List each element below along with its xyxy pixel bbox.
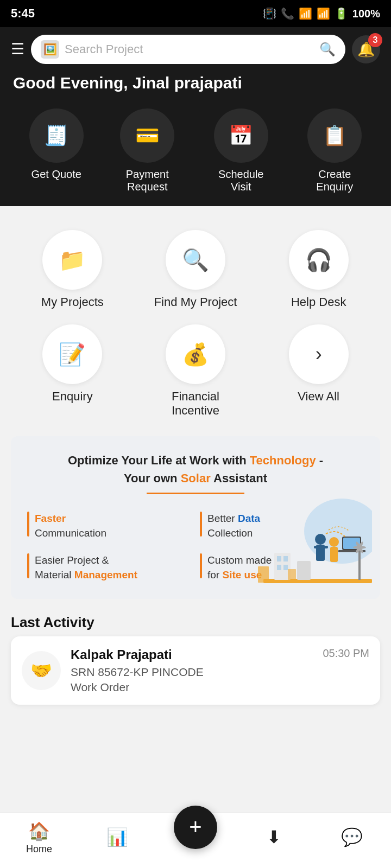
- feature-border-4: [200, 553, 202, 578]
- last-activity-title: Last Activity: [0, 607, 391, 636]
- svg-rect-3: [277, 556, 281, 561]
- status-icons: 📳 📞 📶 📶 🔋 100%: [263, 7, 380, 20]
- activity-srn: SRN 85672-KP PINCODE: [71, 666, 313, 679]
- search-placeholder: Search Project: [65, 42, 314, 56]
- help-desk-icon: 🎧: [289, 230, 349, 290]
- svg-point-0: [304, 499, 372, 564]
- chevron-right-icon: ›: [316, 343, 322, 366]
- svg-point-8: [315, 534, 326, 545]
- financial-incentive-label: FinancialIncentive: [172, 390, 219, 418]
- activity-type: Work Order: [71, 681, 313, 694]
- activity-details: Kalpak Prajapati SRN 85672-KP PINCODE Wo…: [71, 647, 313, 694]
- schedule-visit-icon: 📅: [214, 108, 268, 163]
- activity-card[interactable]: 🤝 Kalpak Prajapati SRN 85672-KP PINCODE …: [11, 636, 380, 705]
- menu-enquiry[interactable]: 📝 Enquiry: [11, 317, 134, 425]
- search-bar[interactable]: 🖼️ Search Project 🔍: [31, 35, 345, 64]
- view-all-label: View All: [298, 390, 339, 404]
- nav-download[interactable]: ⬇: [241, 827, 306, 850]
- nav-chat[interactable]: 💬: [319, 827, 384, 850]
- nav-analytics[interactable]: 📊: [85, 827, 150, 850]
- home-icon: 🏠: [28, 821, 50, 841]
- feature-border-1: [27, 512, 29, 537]
- payment-request-label: PaymentRequest: [126, 168, 169, 193]
- payment-request-icon: 💳: [120, 108, 174, 163]
- create-enquiry-label: CreateEnquiry: [316, 168, 353, 193]
- qa-schedule-visit[interactable]: 📅 Schedule Visit: [211, 108, 271, 193]
- svg-rect-6: [283, 565, 288, 570]
- greeting-text: Good Evening, Jinal prajapati: [11, 74, 380, 92]
- qa-get-quote[interactable]: 🧾 Get Quote: [29, 108, 84, 193]
- feature-border-3: [27, 553, 29, 578]
- header: ☰ 🖼️ Search Project 🔍 🔔 3 Good Evening, …: [0, 27, 391, 206]
- bottom-nav: 🏠 Home 📊 + ⬇ 💬: [0, 813, 391, 868]
- search-image-icon: 🖼️: [41, 40, 59, 59]
- svg-rect-5: [277, 565, 281, 570]
- search-row: ☰ 🖼️ Search Project 🔍 🔔 3: [11, 35, 380, 64]
- faster-highlight: Faster: [35, 513, 66, 524]
- get-quote-label: Get Quote: [31, 168, 81, 181]
- activity-name: Kalpak Prajapati: [71, 647, 313, 662]
- banner-divider: [147, 493, 244, 494]
- battery-percent: 100%: [352, 8, 380, 20]
- signal-icon: 📶: [317, 7, 330, 20]
- my-projects-icon: 📁: [42, 230, 102, 290]
- search-magnifier-icon[interactable]: 🔍: [319, 42, 336, 57]
- my-projects-label: My Projects: [41, 295, 104, 309]
- menu-help-desk[interactable]: 🎧 Help Desk: [257, 222, 380, 317]
- notification-badge: 3: [368, 33, 382, 47]
- status-time: 5:45: [11, 7, 35, 21]
- help-desk-label: Help Desk: [291, 295, 346, 309]
- svg-rect-21: [258, 566, 269, 583]
- download-icon: ⬇: [267, 827, 281, 847]
- home-label: Home: [26, 844, 52, 855]
- svg-point-20: [353, 546, 366, 549]
- banner-feature-1: FasterCommunication: [23, 505, 195, 547]
- bottom-spacer: [0, 716, 391, 792]
- qa-payment-request[interactable]: 💳 PaymentRequest: [120, 108, 174, 193]
- vibrate-icon: 📳: [263, 7, 276, 20]
- notification-button[interactable]: 🔔 3: [352, 35, 380, 63]
- banner-title: Optimize Your Life at Work with Technolo…: [23, 451, 368, 487]
- svg-rect-17: [358, 547, 361, 580]
- promo-banner: Optimize Your Life at Work with Technolo…: [11, 436, 380, 599]
- find-my-project-label: Find My Project: [154, 295, 237, 309]
- menu-grid: 📁 My Projects 🔍 Find My Project 🎧 Help D…: [0, 217, 391, 431]
- status-bar: 5:45 📳 📞 📶 📶 🔋 100%: [0, 0, 391, 27]
- feature-border-2: [200, 512, 202, 537]
- menu-view-all[interactable]: › View All: [257, 317, 380, 425]
- svg-rect-22: [288, 569, 296, 580]
- nav-fab[interactable]: +: [163, 827, 228, 849]
- call-icon: 📞: [281, 7, 294, 20]
- menu-my-projects[interactable]: 📁 My Projects: [11, 222, 134, 317]
- financial-incentive-icon: 💰: [166, 324, 225, 384]
- feature-text-1: FasterCommunication: [35, 512, 106, 540]
- svg-rect-13: [330, 547, 338, 562]
- find-my-project-icon: 🔍: [166, 230, 225, 290]
- battery-icon: 🔋: [335, 7, 348, 20]
- activity-time: 05:30 PM: [323, 647, 369, 660]
- chat-icon: 💬: [341, 827, 363, 847]
- svg-rect-10: [314, 546, 320, 548]
- svg-rect-4: [283, 556, 288, 561]
- wifi-icon: 📶: [299, 7, 312, 20]
- quick-actions: 🧾 Get Quote 💳 PaymentRequest 📅 Schedule …: [11, 103, 380, 206]
- feature-text-2: Better DataCollection: [207, 512, 260, 540]
- banner-illustration: [255, 496, 375, 599]
- fab-button[interactable]: +: [174, 806, 217, 849]
- banner-highlight-technology: Technology: [250, 454, 316, 467]
- enquiry-icon: 📝: [42, 324, 102, 384]
- enquiry-label: Enquiry: [52, 390, 93, 404]
- view-all-icon: ›: [289, 324, 349, 384]
- get-quote-icon: 🧾: [29, 108, 84, 163]
- svg-rect-11: [321, 546, 328, 548]
- banner-highlight-solar: Solar: [181, 471, 211, 485]
- svg-point-12: [329, 537, 339, 547]
- menu-find-my-project[interactable]: 🔍 Find My Project: [134, 222, 257, 317]
- qa-create-enquiry[interactable]: 📋 CreateEnquiry: [307, 108, 362, 193]
- create-enquiry-icon: 📋: [307, 108, 362, 163]
- main-content: 📁 My Projects 🔍 Find My Project 🎧 Help D…: [0, 206, 391, 792]
- menu-financial-incentive[interactable]: 💰 FinancialIncentive: [134, 317, 257, 425]
- menu-button[interactable]: ☰: [11, 42, 24, 57]
- feature-text-3: Easier Project &Material Management: [35, 553, 137, 582]
- nav-home[interactable]: 🏠 Home: [7, 821, 72, 855]
